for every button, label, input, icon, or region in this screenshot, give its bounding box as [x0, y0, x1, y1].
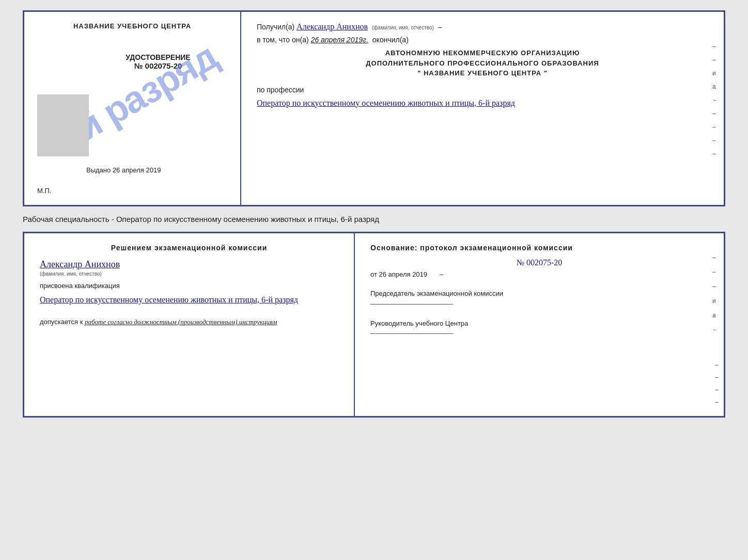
date-line: в том, что он(а) 26 апреля 2019г. окончи… [257, 36, 708, 44]
person-name-bottom: Александр Анихнов [40, 259, 338, 270]
recipient-name-top: Александр Анихнов [297, 22, 368, 31]
bottom-right-panel: Основание: протокол экзаменационной коми… [355, 233, 724, 416]
cert-left-panel: НАЗВАНИЕ УЧЕБНОГО ЦЕНТРА 6-й разряд УДОС… [24, 12, 241, 205]
cert-right-panel: Получил(а) Александр Анихнов (фамилия, и… [241, 12, 724, 205]
prisvoyena-text: присвоена квалификация [40, 282, 338, 290]
finished-label: окончил(а) [372, 36, 409, 44]
profession-block: по профессии Оператор по искусственному … [257, 86, 708, 111]
qualification-bottom: Оператор по искусственному осеменению жи… [40, 293, 338, 308]
mp-label: М.П. [37, 187, 51, 195]
org-line1: АВТОНОМНУЮ НЕКОММЕРЧЕСКУЮ ОРГАНИЗАЦИЮ [257, 48, 708, 58]
udostoverenie-title: УДОСТОВЕРЕНИЕ [89, 53, 227, 61]
ot-date-block: от 26 апреля 2019 – [370, 270, 708, 278]
ot-date: 26 апреля 2019 [379, 270, 428, 278]
cert-number-top: № 002075-20 [89, 61, 227, 70]
page-container: НАЗВАНИЕ УЧЕБНОГО ЦЕНТРА 6-й разряд УДОС… [23, 10, 725, 418]
proto-number: № 002075-20 [370, 258, 708, 267]
org-center-name: НАЗВАНИЕ УЧЕБНОГО ЦЕНТРА [424, 69, 541, 77]
bottom-certificate: Решением экзаменационной комиссии Алекса… [23, 232, 725, 418]
profession-text-top: Оператор по искусственному осеменению жи… [257, 96, 708, 111]
chairman-label: Председатель экзаменационной комиссии [370, 289, 708, 299]
received-label: Получил(а) [257, 23, 294, 31]
subtitle-text: Рабочая специальность - Оператор по иску… [23, 212, 725, 227]
org-quote-open: " [417, 69, 421, 77]
name-note-top: (фамилия, имя, отчество) [372, 25, 434, 30]
dopuskaetsya-label: допускается к [40, 318, 83, 326]
director-signature-line [370, 333, 453, 334]
org-block: АВТОНОМНУЮ НЕКОММЕРЧЕСКУЮ ОРГАНИЗАЦИЮ ДО… [257, 48, 708, 78]
right-side-marks-bottom: – – – и а ← [712, 254, 719, 333]
director-block: Руководитель учебного Центра [370, 318, 708, 340]
vydano-date: 26 апреля 2019 [113, 166, 161, 174]
chairman-block: Председатель экзаменационной комиссии [370, 289, 708, 310]
ot-label: от [370, 270, 377, 278]
vydano-label: Выдано [86, 166, 111, 174]
chairman-signature-line [370, 304, 453, 305]
org-line2: ДОПОЛНИТЕЛЬНОГО ПРОФЕССИОНАЛЬНОГО ОБРАЗО… [257, 58, 708, 69]
dopuskaetsya-block: допускается к работе согласно должностны… [40, 318, 338, 326]
top-training-center-label: НАЗВАНИЕ УЧЕБНОГО ЦЕНТРА [37, 22, 227, 30]
date-completed-top: 26 апреля 2019г. [311, 36, 368, 44]
bottom-border-marks: – – – – [715, 361, 719, 406]
received-line: Получил(а) Александр Анихнов (фамилия, и… [257, 22, 708, 31]
dopuskaetsya-value: работе согласно должностным (производств… [85, 318, 277, 326]
vydano-block: Выдано 26 апреля 2019 [86, 166, 161, 174]
dash1: – [438, 23, 442, 31]
decision-title: Решением экзаменационной комиссии [40, 244, 338, 252]
org-center-line: " НАЗВАНИЕ УЧЕБНОГО ЦЕНТРА " [257, 68, 708, 78]
bottom-left-panel: Решением экзаменационной комиссии Алекса… [24, 233, 355, 416]
director-label: Руководитель учебного Центра [370, 318, 708, 329]
right-side-marks-top: – – и а ← – – – – [712, 43, 719, 157]
org-quote-close: " [544, 69, 548, 77]
top-certificate: НАЗВАНИЕ УЧЕБНОГО ЦЕНТРА 6-й разряд УДОС… [23, 10, 725, 206]
osnov-title: Основание: протокол экзаменационной коми… [370, 244, 708, 252]
in-that-label: в том, что он(а) [257, 36, 309, 44]
udostoverenie-block: УДОСТОВЕРЕНИЕ № 002075-20 [89, 53, 227, 70]
photo-placeholder [37, 94, 89, 156]
po-professii-label: по профессии [257, 86, 304, 94]
name-note-bottom: (фамилия, имя, отчество) [40, 271, 338, 277]
ot-dash: – [440, 270, 443, 278]
